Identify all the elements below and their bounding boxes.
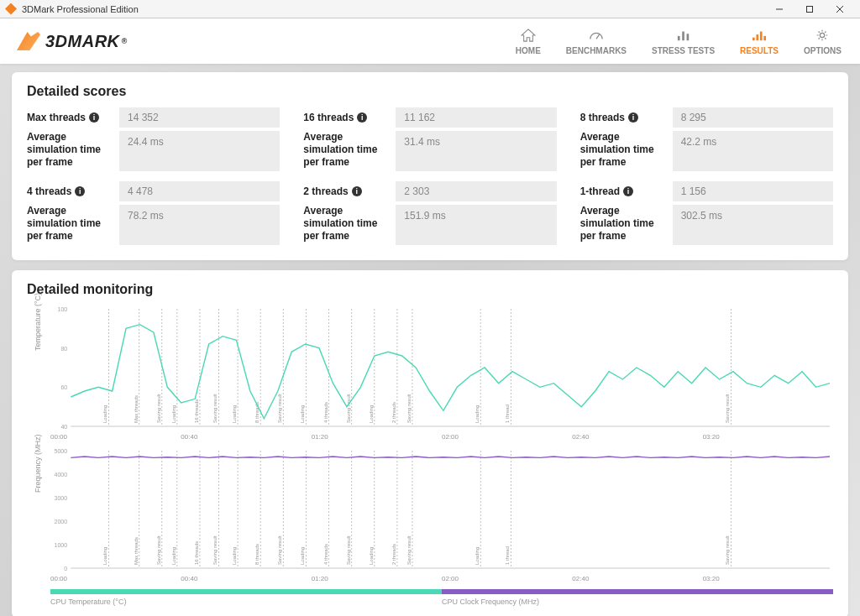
gear-icon (814, 28, 831, 43)
legend-bar (50, 589, 833, 594)
x-tick: 02:40 (572, 575, 702, 582)
x-tick: 00:00 (50, 575, 181, 582)
svg-text:Loading: Loading (171, 547, 176, 565)
info-icon[interactable]: i (357, 112, 367, 123)
x-tick: 02:00 (442, 575, 572, 582)
score-block: 4 threads iAverage simulation time per f… (27, 181, 280, 248)
score-block: 8 threads iAverage simulation time per f… (580, 107, 833, 175)
svg-text:2 threads: 2 threads (391, 402, 396, 423)
app-header: 3DMARK ® HOME BENCHMARKS STRESS TESTS RE… (0, 18, 860, 64)
clock-chart: Frequency (MHz) 010002000300040005000Loa… (50, 447, 833, 572)
svg-text:80: 80 (60, 346, 67, 352)
brand-logo: 3DMARK ® (17, 32, 128, 51)
svg-rect-8 (752, 37, 755, 40)
svg-rect-1 (807, 6, 813, 12)
score-time-value: 78.2 ms (119, 205, 280, 245)
svg-text:Saving result: Saving result (277, 535, 282, 565)
score-time-label: Average simulation time per frame (580, 128, 664, 169)
svg-text:Saving result: Saving result (725, 535, 730, 565)
info-icon[interactable]: i (75, 186, 85, 196)
nav-benchmarks[interactable]: BENCHMARKS (564, 24, 628, 59)
svg-text:1 thread: 1 thread (505, 405, 510, 423)
nav-results[interactable]: RESULTS (738, 24, 780, 59)
info-icon[interactable]: i (623, 186, 633, 196)
x-tick: 01:20 (312, 433, 442, 441)
svg-text:Loading: Loading (171, 405, 176, 423)
nav-home[interactable]: HOME (514, 24, 543, 59)
score-value: 1 156 (673, 181, 833, 201)
temp-y-label: Temperature (°C) (34, 293, 42, 351)
x-tick: 00:00 (50, 433, 181, 441)
score-block: 2 threads iAverage simulation time per f… (303, 181, 556, 248)
score-block: 1-thread iAverage simulation time per fr… (580, 181, 833, 248)
svg-text:Saving result: Saving result (212, 535, 218, 565)
score-value: 11 162 (396, 107, 556, 128)
svg-text:Saving result: Saving result (156, 394, 161, 423)
score-block: 16 threads iAverage simulation time per … (303, 107, 556, 175)
main-nav: HOME BENCHMARKS STRESS TESTS RESULTS OPT… (514, 24, 843, 59)
svg-text:3000: 3000 (55, 495, 68, 501)
window-titlebar: 3DMark Professional Edition (0, 0, 860, 18)
x-tick: 02:40 (572, 433, 702, 441)
score-block: Max threads iAverage simulation time per… (27, 107, 280, 175)
svg-text:1000: 1000 (55, 542, 68, 548)
svg-text:Loading: Loading (369, 547, 374, 565)
svg-rect-7 (686, 34, 689, 40)
home-icon (520, 28, 537, 43)
results-icon (751, 28, 768, 43)
nav-stress-tests[interactable]: STRESS TESTS (650, 24, 716, 59)
svg-text:Loading: Loading (102, 405, 108, 423)
score-label: 4 threads i (27, 181, 111, 201)
info-icon[interactable]: i (89, 112, 99, 123)
detailed-monitoring-panel: Detailed monitoring Temperature (°C) 406… (12, 270, 848, 616)
maximize-button[interactable] (794, 0, 825, 18)
x-tick: 00:40 (181, 575, 311, 582)
minimize-button[interactable] (764, 0, 794, 18)
gauge-icon (588, 28, 605, 43)
svg-text:100: 100 (57, 306, 67, 312)
score-label: 16 threads i (303, 107, 387, 128)
score-time-label: Average simulation time per frame (303, 128, 387, 169)
score-value: 14 352 (119, 107, 280, 128)
svg-text:Loading: Loading (475, 547, 480, 565)
svg-text:16 threads: 16 threads (194, 541, 199, 565)
svg-text:Loading: Loading (475, 405, 480, 423)
score-time-value: 31.4 ms (396, 131, 556, 171)
svg-rect-6 (682, 31, 684, 40)
svg-point-12 (821, 33, 825, 37)
svg-text:0: 0 (64, 566, 67, 572)
svg-text:Saving result: Saving result (346, 535, 351, 565)
svg-text:Saving result: Saving result (277, 394, 282, 423)
x-tick: 01:20 (312, 575, 442, 582)
score-time-label: Average simulation time per frame (27, 201, 111, 243)
svg-text:8 threads: 8 threads (254, 544, 260, 565)
svg-text:Loading: Loading (369, 405, 374, 423)
detailed-scores-panel: Detailed scores Max threads iAverage sim… (12, 72, 848, 260)
svg-text:Saving result: Saving result (156, 535, 161, 565)
x-tick: 03:20 (703, 433, 833, 441)
window-title: 3DMark Professional Edition (22, 4, 139, 14)
svg-text:Saving result: Saving result (406, 394, 412, 423)
score-label: 8 threads i (580, 107, 664, 128)
score-time-value: 302.5 ms (673, 205, 833, 245)
score-label: 1-thread i (580, 181, 664, 201)
svg-text:Loading: Loading (300, 405, 305, 423)
app-icon (5, 3, 17, 15)
svg-text:Loading: Loading (300, 547, 305, 565)
svg-text:40: 40 (60, 424, 67, 430)
info-icon[interactable]: i (628, 112, 638, 123)
score-time-label: Average simulation time per frame (303, 201, 387, 243)
brand-text: 3DMARK (45, 32, 120, 51)
score-time-label: Average simulation time per frame (27, 128, 111, 169)
svg-text:Saving result: Saving result (406, 535, 412, 565)
score-value: 4 478 (119, 181, 280, 201)
svg-text:Saving result: Saving result (346, 394, 351, 423)
close-button[interactable] (825, 0, 855, 18)
score-label: 2 threads i (303, 181, 387, 201)
nav-options[interactable]: OPTIONS (802, 24, 843, 59)
x-tick: 02:00 (442, 433, 572, 441)
temperature-chart: Temperature (°C) 406080100LoadingMax thr… (50, 305, 833, 430)
info-icon[interactable]: i (352, 186, 362, 196)
score-time-value: 24.4 ms (119, 131, 280, 171)
svg-text:Loading: Loading (232, 405, 237, 423)
